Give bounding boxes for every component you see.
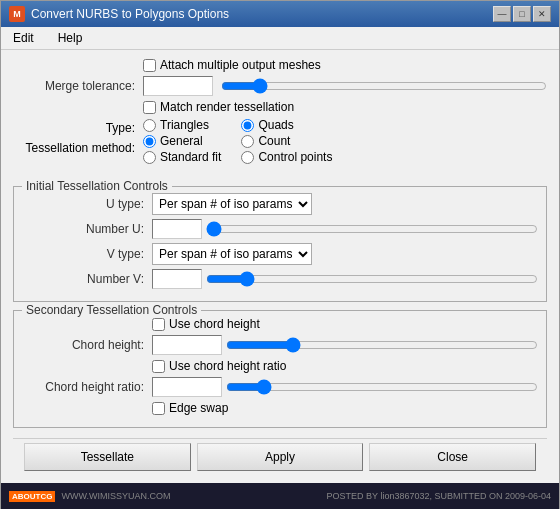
use-chord-height-row: Use chord height <box>22 317 538 331</box>
watermark-url: WWW.WIMISSYUAN.COM <box>61 491 170 501</box>
merge-tolerance-controls: 0.1000 <box>143 76 547 96</box>
merge-tolerance-input[interactable]: 0.1000 <box>143 76 213 96</box>
title-bar: M Convert NURBS to Polygons Options — □ … <box>1 1 559 27</box>
u-type-label: U type: <box>22 197 152 211</box>
chord-height-input[interactable]: 0.2000 <box>152 335 222 355</box>
attach-multiple-label: Attach multiple output meshes <box>160 58 321 72</box>
merge-tolerance-label: Merge tolerance: <box>13 79 143 93</box>
watermark-posted: POSTED BY lion3867032, SUBMITTED ON 2009… <box>327 491 551 501</box>
app-icon: M <box>9 6 25 22</box>
number-v-label: Number V: <box>22 272 152 286</box>
use-chord-height-checkbox[interactable] <box>152 318 165 331</box>
v-type-row: V type: Per span # of iso params Total #… <box>22 243 538 265</box>
match-render-checkbox[interactable] <box>143 101 156 114</box>
secondary-tessellation-group: Secondary Tessellation Controls Use chor… <box>13 310 547 428</box>
triangles-radio[interactable] <box>143 119 156 132</box>
edge-swap-label: Edge swap <box>169 401 228 415</box>
standard-fit-label: Standard fit <box>160 150 221 164</box>
merge-tolerance-slider[interactable] <box>221 78 547 94</box>
control-points-radio-row: Control points <box>241 150 332 164</box>
secondary-group-title: Secondary Tessellation Controls <box>22 303 201 317</box>
title-buttons: — □ ✕ <box>493 6 551 22</box>
number-u-input[interactable]: 1 <box>152 219 202 239</box>
watermark-bar: ABOUTCG WWW.WIMISSYUAN.COM POSTED BY lio… <box>1 483 559 509</box>
close-button-main[interactable]: Close <box>369 443 536 471</box>
use-chord-height-ratio-label: Use chord height ratio <box>169 359 286 373</box>
v-type-label: V type: <box>22 247 152 261</box>
use-chord-height-label: Use chord height <box>169 317 260 331</box>
number-v-row: Number V: 3 <box>22 269 538 289</box>
number-v-input[interactable]: 3 <box>152 269 202 289</box>
close-button[interactable]: ✕ <box>533 6 551 22</box>
watermark-left: ABOUTCG WWW.WIMISSYUAN.COM <box>9 491 170 502</box>
empty-label <box>13 158 135 178</box>
type-tessellation-section: Type: Tessellation method: Triangles Gen… <box>13 118 547 178</box>
u-type-row: U type: Per span # of iso params Total #… <box>22 193 538 215</box>
control-points-radio[interactable] <box>241 151 254 164</box>
control-points-label: Control points <box>258 150 332 164</box>
tessellate-button[interactable]: Tessellate <box>24 443 191 471</box>
u-type-select[interactable]: Per span # of iso params Total # of iso … <box>152 193 312 215</box>
edge-swap-checkbox[interactable] <box>152 402 165 415</box>
general-radio[interactable] <box>143 135 156 148</box>
edge-swap-row: Edge swap <box>22 401 538 415</box>
use-chord-height-ratio-row: Use chord height ratio <box>22 359 538 373</box>
main-window: M Convert NURBS to Polygons Options — □ … <box>0 0 560 509</box>
title-bar-left: M Convert NURBS to Polygons Options <box>9 6 229 22</box>
number-v-slider[interactable] <box>206 271 538 287</box>
chord-height-ratio-row: Chord height ratio: 0.1000 <box>22 377 538 397</box>
initial-group-title: Initial Tessellation Controls <box>22 179 172 193</box>
attach-multiple-checkbox[interactable] <box>143 59 156 72</box>
quads-radio-row: Quads <box>241 118 332 132</box>
bottom-buttons: Tessellate Apply Close <box>13 438 547 475</box>
type-tessellation-options: Triangles General Standard fit Quads <box>143 118 332 164</box>
chord-height-slider[interactable] <box>226 337 538 353</box>
v-type-select[interactable]: Per span # of iso params Total # of iso … <box>152 243 312 265</box>
menu-edit[interactable]: Edit <box>9 29 38 47</box>
number-u-slider[interactable] <box>206 221 538 237</box>
general-label: General <box>160 134 203 148</box>
chord-height-row: Chord height: 0.2000 <box>22 335 538 355</box>
content-area: Attach multiple output meshes Merge tole… <box>1 50 559 483</box>
match-render-label: Match render tessellation <box>160 100 294 114</box>
count-label: Count <box>258 134 290 148</box>
minimize-button[interactable]: — <box>493 6 511 22</box>
triangles-radio-row: Triangles <box>143 118 221 132</box>
match-render-row: Match render tessellation <box>13 100 547 114</box>
quads-label: Quads <box>258 118 293 132</box>
watermark-logo: ABOUTCG <box>9 491 55 502</box>
type-label: Type: <box>13 118 135 138</box>
tessellation-label: Tessellation method: <box>13 138 135 158</box>
left-labels: Type: Tessellation method: <box>13 118 143 178</box>
chord-height-label: Chord height: <box>22 338 152 352</box>
menu-help[interactable]: Help <box>54 29 87 47</box>
quads-radio[interactable] <box>241 119 254 132</box>
number-u-row: Number U: 1 <box>22 219 538 239</box>
attach-multiple-row: Attach multiple output meshes <box>13 58 547 72</box>
apply-button[interactable]: Apply <box>197 443 364 471</box>
left-col-options: Triangles General Standard fit <box>143 118 221 164</box>
triangles-label: Triangles <box>160 118 209 132</box>
maximize-button[interactable]: □ <box>513 6 531 22</box>
general-radio-row: General <box>143 134 221 148</box>
chord-height-ratio-slider[interactable] <box>226 379 538 395</box>
chord-height-ratio-label: Chord height ratio: <box>22 380 152 394</box>
number-u-label: Number U: <box>22 222 152 236</box>
initial-tessellation-group: Initial Tessellation Controls U type: Pe… <box>13 186 547 302</box>
count-radio-row: Count <box>241 134 332 148</box>
use-chord-height-ratio-checkbox[interactable] <box>152 360 165 373</box>
window-title: Convert NURBS to Polygons Options <box>31 7 229 21</box>
count-radio[interactable] <box>241 135 254 148</box>
right-col-options: Quads Count Control points <box>241 118 332 164</box>
menu-bar: Edit Help <box>1 27 559 50</box>
standard-fit-radio-row: Standard fit <box>143 150 221 164</box>
chord-height-ratio-input[interactable]: 0.1000 <box>152 377 222 397</box>
standard-fit-radio[interactable] <box>143 151 156 164</box>
merge-tolerance-row: Merge tolerance: 0.1000 <box>13 76 547 96</box>
